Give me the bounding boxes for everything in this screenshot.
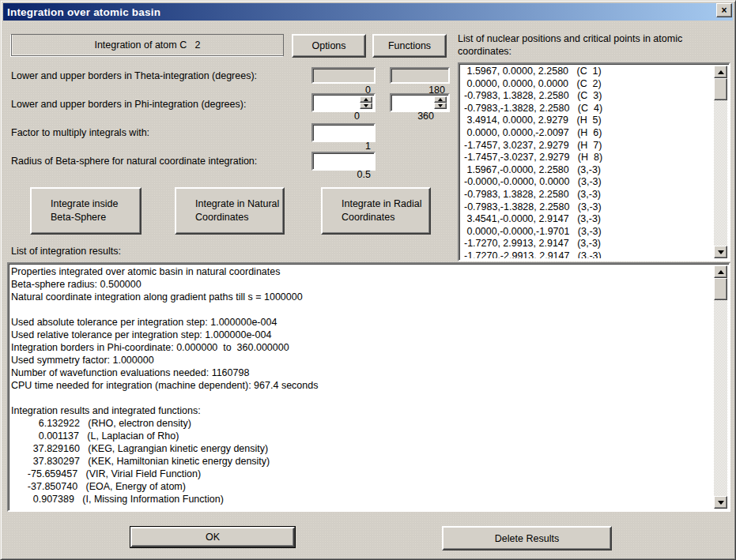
factor-field[interactable]: 1	[311, 123, 376, 142]
list-item[interactable]: -1.7270,-2.9913, 2.9147 (3,-3)	[464, 250, 714, 258]
list-item[interactable]: -1.7457, 3.0237, 2.9279 (H 7)	[464, 140, 714, 152]
functions-button[interactable]: Functions	[372, 34, 447, 58]
factor-label: Factor to multiply integrals with:	[11, 127, 149, 138]
functions-button-label: Functions	[388, 40, 431, 51]
scroll-down-button[interactable]	[714, 246, 727, 258]
spin-down-button[interactable]	[360, 103, 372, 109]
results-line: CPU time needed for integration (machine…	[11, 379, 713, 392]
delete-results-label: Delete Results	[495, 533, 559, 544]
spin-down-button[interactable]	[434, 103, 447, 109]
scroll-down-icon	[718, 501, 724, 505]
list-item[interactable]: 3.4541,-0.0000, 2.9147 (3,-3)	[464, 213, 714, 226]
integrate-radial-coordinates-button[interactable]: Integrate in Radial Coordinates	[321, 187, 431, 235]
spin-down-icon	[364, 104, 368, 107]
results-line: Used relative tolerance per integration …	[11, 329, 713, 341]
results-line: 37.830297 (KEK, Hamiltonian kinetic ener…	[11, 455, 713, 468]
phi-lower-spinedit[interactable]: 0	[311, 93, 376, 112]
scroll-down-button[interactable]	[714, 496, 727, 509]
radius-label: Radius of Beta-sphere for natural coordi…	[11, 156, 257, 167]
options-button-label: Options	[311, 40, 345, 51]
spin-up-icon	[364, 98, 368, 101]
results-line: 0.907389 (I, Missing Information Functio…	[11, 493, 713, 506]
list-item[interactable]: 0.0000,-0.0000,-1.9701 (3,-3)	[464, 226, 714, 239]
results-line: Properties integrated over atomic basin …	[11, 265, 713, 278]
theta-lower-field: 0	[311, 67, 376, 84]
scroll-up-icon	[718, 70, 724, 74]
ok-button-label: OK	[206, 532, 220, 543]
close-icon: ×	[721, 6, 727, 15]
results-line: Number of wavefunction evaluations neede…	[11, 366, 713, 379]
results-line: -75.659457 (VIR, Virial Field Function)	[11, 468, 713, 480]
results-line: 6.132922 (RHO, electron density)	[11, 417, 713, 430]
phi-upper-spinedit[interactable]: 360	[390, 93, 450, 112]
integrate-radial-coordinates-label: Integrate in Radial Coordinates	[342, 197, 421, 224]
results-line: Beta-sphere radius: 0.500000	[11, 278, 713, 291]
phi-upper-value: 360	[417, 111, 434, 122]
integration-results-text: Properties integrated over atomic basin …	[11, 265, 713, 509]
phi-borders-label: Lower and upper borders in Phi-integrati…	[11, 99, 246, 110]
integration-results-textbox[interactable]: Properties integrated over atomic basin …	[7, 262, 730, 512]
list-item[interactable]: 0.0000, 0.0000,-2.0097 (H 6)	[464, 127, 714, 140]
scroll-up-icon	[718, 270, 724, 274]
integrate-natural-coordinates-button[interactable]: Integrate in Natural Coordinates	[175, 187, 285, 235]
list-item[interactable]: 1.5967,-0.0000, 2.2580 (3,-3)	[464, 164, 714, 177]
results-line: Used absolute tolerance per integration …	[11, 316, 713, 329]
theta-borders-label: Lower and upper borders in Theta-integra…	[11, 70, 257, 81]
scroll-up-button[interactable]	[714, 66, 727, 78]
spin-up-button[interactable]	[434, 96, 447, 103]
results-line: Natural coordinate integration along gra…	[11, 291, 713, 303]
scroll-up-button[interactable]	[714, 265, 727, 278]
phi-lower-value: 0	[354, 111, 360, 122]
atom-selector-box[interactable]: Integration of atom C 2	[11, 34, 284, 56]
factor-value: 1	[365, 141, 371, 152]
spin-up-icon	[438, 98, 443, 101]
list-item[interactable]: -0.7983,-1.3828, 2.2580 (C 4)	[464, 103, 714, 115]
results-line: Used symmetry factor: 1.000000	[11, 354, 713, 366]
list-item[interactable]: 1.5967, 0.0000, 2.2580 (C 1)	[464, 66, 714, 78]
results-line	[11, 392, 713, 404]
results-line: Integration results and integrated funct…	[11, 404, 713, 417]
spin-down-icon	[438, 104, 443, 107]
results-line	[11, 303, 713, 316]
list-item[interactable]: -0.7983,-1.3828, 2.2580 (3,-3)	[464, 201, 714, 214]
results-line: 0.001137 (L, Laplacian of Rho)	[11, 430, 713, 442]
close-button[interactable]: ×	[716, 3, 732, 17]
spin-up-button[interactable]	[360, 96, 372, 103]
nuclear-positions-rows: 1.5967, 0.0000, 2.2580 (C 1) 0.0000, 0.0…	[461, 66, 714, 258]
integrate-natural-coordinates-label: Integrate in Natural Coordinates	[195, 197, 279, 224]
results-line: Integration borders in Phi-coordinate: 0…	[11, 341, 713, 354]
delete-results-button[interactable]: Delete Results	[442, 526, 612, 551]
listbox-scrollbar[interactable]	[714, 66, 727, 258]
scrollbar-thumb[interactable]	[714, 278, 727, 300]
title-bar[interactable]: Integration over atomic basin	[3, 3, 733, 21]
nuclear-positions-listbox[interactable]: 1.5967, 0.0000, 2.2580 (C 1) 0.0000, 0.0…	[458, 62, 730, 261]
scroll-down-icon	[718, 250, 724, 254]
list-item[interactable]: -0.7983, 1.3828, 2.2580 (3,-3)	[464, 189, 714, 201]
theta-upper-field: 180	[390, 67, 450, 84]
phi-lower-spinner	[360, 96, 372, 109]
list-item[interactable]: 0.0000, 0.0000, 0.0000 (C 2)	[464, 78, 714, 91]
integrate-beta-sphere-button[interactable]: Integrate inside Beta-Sphere	[30, 187, 142, 235]
results-scrollbar[interactable]	[714, 265, 727, 509]
list-item[interactable]: -1.7270, 2.9913, 2.9147 (3,-3)	[464, 238, 714, 250]
scrollbar-thumb[interactable]	[714, 78, 727, 100]
list-item[interactable]: -1.7457,-3.0237, 2.9279 (H 8)	[464, 152, 714, 164]
nuclear-positions-label: List of nuclear positions and critical p…	[458, 32, 734, 58]
atom-selector-label: Integration of atom C 2	[94, 39, 200, 51]
ok-button[interactable]: OK	[130, 526, 296, 548]
results-line: -37.850740 (EOA, Energy of atom)	[11, 480, 713, 493]
window-title: Integration over atomic basin	[3, 6, 160, 18]
list-item[interactable]: -0.7983, 1.3828, 2.2580 (C 3)	[464, 90, 714, 103]
list-item[interactable]: 3.4914, 0.0000, 2.9279 (H 5)	[464, 115, 714, 127]
options-button[interactable]: Options	[292, 34, 366, 58]
list-item[interactable]: -0.0000,-0.0000, 0.0000 (3,-3)	[464, 176, 714, 189]
phi-upper-spinner	[434, 96, 447, 109]
integrate-beta-sphere-label: Integrate inside Beta-Sphere	[51, 197, 118, 224]
beta-sphere-radius-field[interactable]: 0.5	[311, 152, 376, 171]
beta-sphere-radius-value: 0.5	[357, 169, 371, 180]
results-label: List of integration results:	[11, 246, 121, 257]
dialog-integration-over-atomic-basin: Integration over atomic basin × Integrat…	[0, 0, 736, 560]
results-line: 37.829160 (KEG, Lagrangian kinetic energ…	[11, 442, 713, 455]
